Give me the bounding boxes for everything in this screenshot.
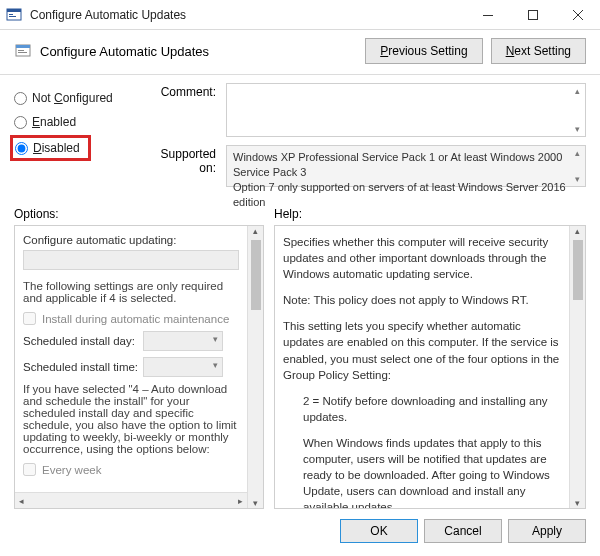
configure-updating-label: Configure automatic updating:	[23, 234, 239, 246]
help-pane: Specifies whether this computer will rec…	[274, 225, 586, 509]
supported-on-box: Windows XP Professional Service Pack 1 o…	[226, 145, 586, 187]
options-pane: Configure automatic updating: The follow…	[14, 225, 264, 509]
apply-button[interactable]: Apply	[508, 519, 586, 543]
state-radio-group: Not Configured Enabled Disabled	[14, 83, 144, 195]
svg-rect-11	[18, 52, 27, 53]
options-paragraph: If you have selected "4 – Auto download …	[23, 383, 239, 455]
window-title: Configure Automatic Updates	[28, 8, 465, 22]
help-vertical-scrollbar[interactable]: ▴▾	[569, 226, 585, 508]
install-maintenance-input[interactable]	[23, 312, 36, 325]
svg-rect-4	[483, 15, 493, 16]
close-button[interactable]	[555, 0, 600, 29]
previous-setting-button[interactable]: Previous Setting	[365, 38, 482, 64]
configure-updating-select[interactable]	[23, 250, 239, 270]
svg-rect-3	[9, 16, 16, 17]
dialog-footer: OK Cancel Apply	[0, 509, 600, 553]
svg-rect-2	[9, 14, 13, 15]
policy-icon	[14, 42, 32, 60]
options-vertical-scrollbar[interactable]: ▴▾	[247, 226, 263, 508]
policy-header: Configure Automatic Updates Previous Set…	[0, 30, 600, 74]
help-section-label: Help:	[274, 207, 302, 221]
comment-label: Comment:	[144, 83, 226, 137]
every-week-checkbox[interactable]: Every week	[23, 463, 239, 476]
svg-rect-1	[7, 9, 21, 12]
install-maintenance-checkbox[interactable]: Install during automatic maintenance	[23, 312, 239, 325]
disabled-highlight: Disabled	[10, 135, 91, 161]
svg-rect-10	[18, 50, 24, 51]
next-setting-button[interactable]: Next Setting	[491, 38, 586, 64]
ok-button[interactable]: OK	[340, 519, 418, 543]
policy-title: Configure Automatic Updates	[40, 44, 357, 59]
comment-textarea[interactable]: ▴▾	[226, 83, 586, 137]
minimize-button[interactable]	[465, 0, 510, 29]
title-bar: Configure Automatic Updates	[0, 0, 600, 30]
help-text: Specifies whether this computer will rec…	[275, 226, 569, 508]
scheduled-time-label: Scheduled install time:	[23, 361, 143, 373]
app-icon	[0, 7, 28, 23]
comment-scrollbar[interactable]: ▴▾	[570, 84, 585, 136]
options-horizontal-scrollbar[interactable]: ◂▸	[15, 492, 247, 508]
supported-scrollbar[interactable]: ▴▾	[570, 146, 585, 186]
radio-enabled-input[interactable]	[14, 116, 27, 129]
maximize-button[interactable]	[510, 0, 555, 29]
options-note: The following settings are only required…	[23, 280, 239, 304]
cancel-button[interactable]: Cancel	[424, 519, 502, 543]
radio-disabled[interactable]: Disabled	[15, 137, 80, 159]
radio-not-configured[interactable]: Not Configured	[14, 87, 144, 109]
scheduled-time-select[interactable]	[143, 357, 223, 377]
scheduled-day-select[interactable]	[143, 331, 223, 351]
svg-rect-5	[528, 10, 537, 19]
radio-not-configured-input[interactable]	[14, 92, 27, 105]
radio-disabled-input[interactable]	[15, 142, 28, 155]
every-week-input[interactable]	[23, 463, 36, 476]
radio-enabled[interactable]: Enabled	[14, 111, 144, 133]
scheduled-day-label: Scheduled install day:	[23, 335, 143, 347]
supported-label: Supported on:	[144, 145, 226, 187]
svg-rect-9	[16, 45, 30, 48]
